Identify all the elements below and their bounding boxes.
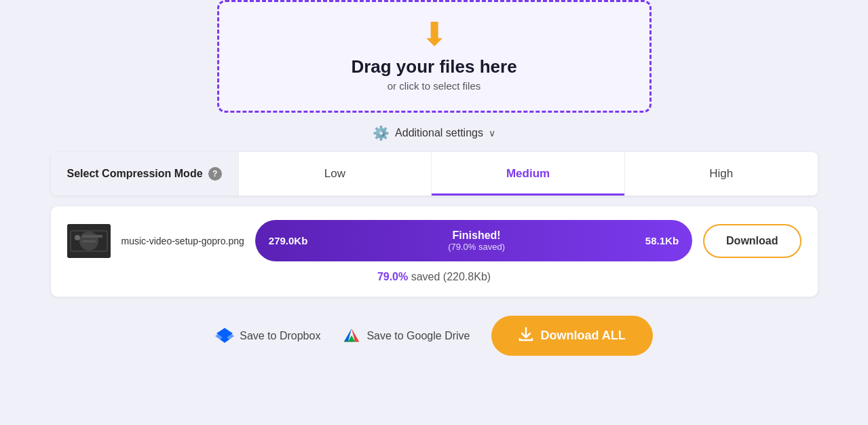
save-to-drive-link[interactable]: Save to Google Drive [342,327,470,346]
compression-option-low[interactable]: Low [238,152,432,196]
dropbox-icon [215,327,234,346]
dropzone-title: Drag your files here [351,56,516,77]
status-text: Finished! [448,229,505,242]
chevron-down-icon: ∨ [489,128,495,138]
progress-bar: 279.0Kb Finished! (79.0% saved) 58.1Kb [255,220,692,261]
compression-option-high[interactable]: High [624,152,818,196]
savings-pct: 79.0% [377,271,408,282]
compressed-size: 58.1Kb [645,235,679,246]
download-button[interactable]: Download [703,224,801,258]
additional-settings-toggle[interactable]: ⚙️ Additional settings ∨ [373,125,495,141]
thumbnail-inner [67,224,111,258]
settings-label: Additional settings [395,127,483,139]
save-dropbox-label: Save to Dropbox [240,330,320,342]
compression-help-icon[interactable]: ? [208,167,222,181]
dropzone-subtitle: or click to select files [388,80,481,92]
savings-suffix: saved (220.8Kb) [408,271,491,282]
compression-panel: Select Compression Mode ? Low Medium Hig… [51,152,818,196]
compression-options: Low Medium High [238,152,818,196]
save-to-dropbox-link[interactable]: Save to Dropbox [215,327,320,346]
saved-pct-bar: (79.0% saved) [448,242,505,252]
save-drive-label: Save to Google Drive [366,330,470,342]
svg-rect-5 [82,235,102,238]
file-name: music-video-setup-gopro.png [121,236,244,246]
file-row: music-video-setup-gopro.png 279.0Kb Fini… [67,220,801,261]
download-all-button[interactable]: Download ALL [491,316,652,356]
page-wrapper: ⬇ Drag your files here or click to selec… [0,0,868,356]
original-size: 279.0Kb [269,235,308,246]
compression-label-text: Select Compression Mode [67,168,203,180]
file-thumbnail [67,224,111,258]
progress-center: Finished! (79.0% saved) [448,229,505,252]
savings-row: 79.0% saved (220.8Kb) [67,271,801,283]
svg-rect-6 [82,240,96,242]
compression-label-area: Select Compression Mode ? [51,152,238,196]
compression-option-medium[interactable]: Medium [431,152,624,196]
settings-icon: ⚙️ [373,125,390,141]
download-all-icon [518,327,533,345]
upload-icon: ⬇ [421,18,448,51]
result-panel: music-video-setup-gopro.png 279.0Kb Fini… [51,206,818,297]
drop-zone[interactable]: ⬇ Drag your files here or click to selec… [217,0,652,113]
gdrive-icon [342,327,361,346]
bottom-actions: Save to Dropbox Save to Google Drive [215,316,653,356]
svg-point-4 [75,235,80,240]
download-all-label: Download ALL [540,329,625,343]
